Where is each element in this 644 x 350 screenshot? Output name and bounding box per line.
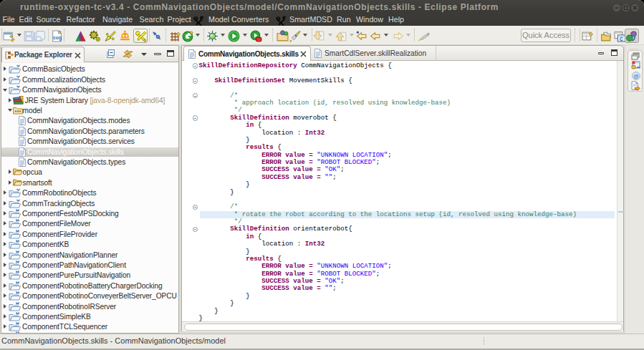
svg-text:@: @ [633, 73, 639, 79]
svg-text:cog: cog [52, 35, 61, 41]
svg-text:C: C [620, 36, 623, 41]
